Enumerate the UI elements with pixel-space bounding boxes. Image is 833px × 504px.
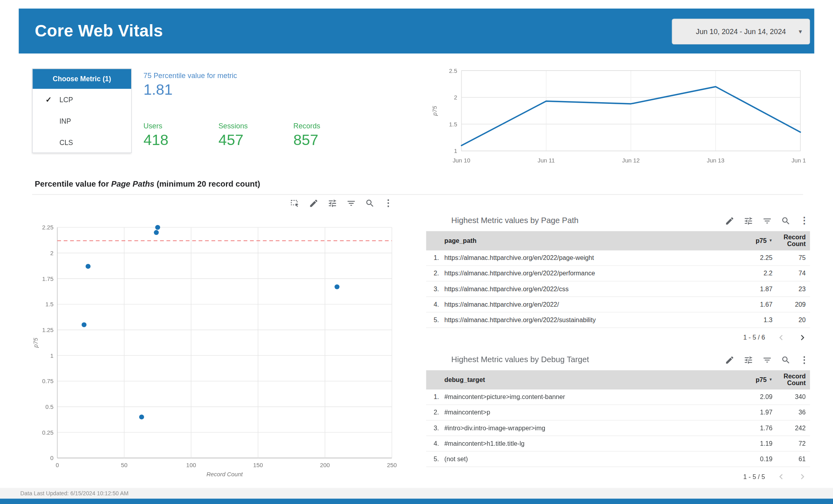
table-row: 1.https://almanac.httparchive.org/en/202… <box>426 250 810 266</box>
caret-down-icon: ▾ <box>799 28 802 35</box>
page-title: Core Web Vitals <box>35 21 163 41</box>
svg-text:Jun 11: Jun 11 <box>538 157 555 164</box>
metric-column-header[interactable]: p75▼ <box>731 376 772 384</box>
svg-text:2: 2 <box>454 94 457 101</box>
row-count: 242 <box>772 424 806 432</box>
metric-column-label: p75 <box>756 237 767 244</box>
report-viewport: Core Web Vitals Jun 10, 2024 - Jun 14, 2… <box>0 0 833 504</box>
section-title-emphasis: Page Paths <box>111 179 154 188</box>
table-row: 3.#intro>div.intro-image-wrapper>img1.76… <box>426 420 810 436</box>
scorecard-value: 418 <box>143 132 168 149</box>
row-metric: 1.76 <box>731 424 772 432</box>
table-row: 1.#maincontent>picture>img.content-banne… <box>426 389 810 405</box>
svg-text:0: 0 <box>55 462 59 468</box>
row-metric: 0.19 <box>731 455 772 463</box>
row-count: 23 <box>772 285 806 293</box>
filter-icon[interactable] <box>762 216 772 226</box>
tune-icon[interactable] <box>743 216 753 226</box>
metric-column-header[interactable]: p75▼ <box>731 237 772 244</box>
date-range-label: Jun 10, 2024 - Jun 14, 2024 <box>696 28 786 36</box>
svg-text:Record Count: Record Count <box>206 471 243 477</box>
row-dimension: #maincontent>picture>img.content-banner <box>444 393 731 401</box>
pagination-label: 1 - 5 / 6 <box>743 334 765 342</box>
svg-text:1.25: 1.25 <box>42 327 53 333</box>
table-title: Highest Metric values by Page Path <box>451 216 579 225</box>
row-index: 5. <box>426 455 444 463</box>
row-index: 4. <box>426 440 444 447</box>
edit-icon[interactable] <box>725 355 734 365</box>
more-icon[interactable]: ⋮ <box>800 355 809 365</box>
svg-text:0.5: 0.5 <box>45 404 53 410</box>
more-icon[interactable]: ⋮ <box>800 216 809 226</box>
section-divider <box>32 194 803 195</box>
count-column-header: Record Count <box>772 234 806 248</box>
scorecard-value: 457 <box>218 132 248 149</box>
row-count: 36 <box>772 409 806 416</box>
metric-option-lcp[interactable]: ✓ LCP <box>32 89 131 110</box>
pagination: 1 - 5 / 5 <box>426 467 810 487</box>
zoom-icon[interactable] <box>781 216 791 226</box>
scorecard-value: 857 <box>293 132 320 149</box>
row-count: 209 <box>772 301 806 308</box>
zoom-icon[interactable] <box>781 355 791 365</box>
scorecard-label: 75 Percentile value for metric <box>143 72 237 80</box>
tune-icon[interactable] <box>743 355 753 365</box>
row-metric: 1.67 <box>731 301 772 308</box>
svg-text:p75: p75 <box>432 105 438 116</box>
row-dimension: https://almanac.httparchive.org/en/2022/ <box>444 301 731 308</box>
scorecard-label: Records <box>293 122 320 130</box>
chevron-right-icon <box>797 472 808 482</box>
row-index: 2. <box>426 270 444 277</box>
scorecard-users: Users 418 <box>143 122 168 149</box>
zoom-icon[interactable] <box>365 199 374 208</box>
svg-text:Jun 13: Jun 13 <box>707 157 725 164</box>
more-icon[interactable]: ⋮ <box>384 199 393 208</box>
lasso-select-icon[interactable] <box>290 199 300 208</box>
svg-text:Jun 12: Jun 12 <box>622 157 640 164</box>
row-count: 75 <box>772 254 806 262</box>
dimension-column-header: debug_target <box>444 376 731 384</box>
tune-icon[interactable] <box>328 199 337 208</box>
table-page-path: Highest Metric values by Page Path ⋮ pag… <box>426 212 810 347</box>
row-metric: 2.25 <box>731 254 772 262</box>
row-metric: 1.19 <box>731 440 772 447</box>
scorecard-sessions: Sessions 457 <box>218 122 248 149</box>
row-dimension: #maincontent>p <box>444 409 731 416</box>
metric-selector: Choose Metric (1) ✓ LCP INP CLS <box>32 69 132 153</box>
pagination: 1 - 5 / 6 <box>426 328 810 347</box>
metric-option-cls[interactable]: CLS <box>32 132 131 153</box>
table-row: 4.#maincontent>h1.title.title-lg1.1972 <box>426 436 810 451</box>
report-canvas: Core Web Vitals Jun 10, 2024 - Jun 14, 2… <box>0 0 833 504</box>
row-index: 2. <box>426 409 444 416</box>
table-header-row: page_path p75▼ Record Count <box>426 231 810 250</box>
last-updated-note: Data Last Updated: 6/15/2024 10:12:50 AM <box>20 490 128 496</box>
filter-icon[interactable] <box>346 199 356 208</box>
edit-icon[interactable] <box>725 216 734 226</box>
row-index: 1. <box>426 254 444 262</box>
scorecard-value: 1.81 <box>143 81 237 98</box>
row-dimension: #intro>div.intro-image-wrapper>img <box>444 424 731 432</box>
svg-text:250: 250 <box>387 462 397 468</box>
metric-option-inp[interactable]: INP <box>32 110 131 132</box>
metric-option-label: LCP <box>59 95 73 103</box>
svg-text:1.75: 1.75 <box>42 276 53 282</box>
page-paths-scatter-chart: 00.250.50.7511.251.51.7522.2505010015020… <box>32 213 404 483</box>
table-toolbar: ⋮ <box>725 216 809 226</box>
row-index: 3. <box>426 424 444 432</box>
table-header-row: debug_target p75▼ Record Count <box>426 370 810 389</box>
svg-text:1: 1 <box>454 148 457 154</box>
date-range-selector[interactable]: Jun 10, 2024 - Jun 14, 2024 ▾ <box>672 19 810 44</box>
table-debug-target: Highest Metric values by Debug Target ⋮ … <box>426 351 810 487</box>
svg-text:2: 2 <box>50 250 53 256</box>
svg-text:0.25: 0.25 <box>42 430 53 436</box>
chevron-left-icon <box>776 472 786 482</box>
svg-text:1.5: 1.5 <box>45 301 53 307</box>
scorecard-percentile: 75 Percentile value for metric 1.81 <box>143 72 237 99</box>
chevron-right-icon[interactable] <box>797 332 808 343</box>
row-dimension: #maincontent>h1.title.title-lg <box>444 440 731 447</box>
table-row: 5.https://almanac.httparchive.org/en/202… <box>426 313 810 328</box>
bottom-accent-bar <box>0 498 833 504</box>
filter-icon[interactable] <box>762 355 772 365</box>
edit-icon[interactable] <box>309 199 318 208</box>
pagination-label: 1 - 5 / 5 <box>743 473 765 481</box>
